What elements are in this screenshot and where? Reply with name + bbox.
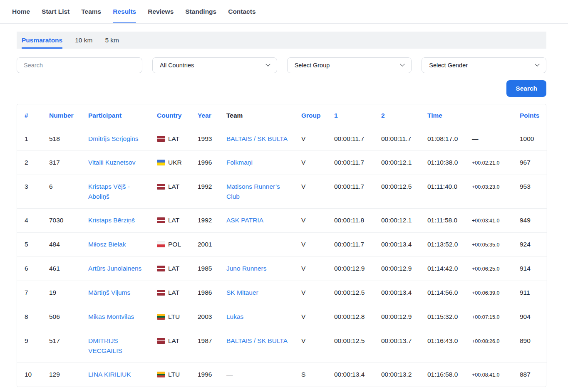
team-link[interactable]: BALTAIS / SK BULTA bbox=[226, 135, 288, 142]
country-select[interactable]: All Countries bbox=[152, 57, 277, 73]
country-code: LAT bbox=[168, 265, 179, 272]
column-header-time[interactable]: Time bbox=[420, 104, 464, 127]
split2-cell: 00:00:12.1 bbox=[374, 209, 420, 233]
participant-link[interactable]: Mārtiņš Viļums bbox=[88, 289, 130, 296]
header-row: #NumberParticipantCountryYearTeamGroup12… bbox=[17, 104, 547, 127]
split2-cell: 00:00:13.4 bbox=[374, 281, 420, 305]
group-select[interactable]: Select Group bbox=[287, 57, 412, 73]
participant-link[interactable]: Vitalii Kuznetsov bbox=[88, 159, 135, 166]
year-cell: 1987 bbox=[190, 329, 219, 363]
nav-item-teams[interactable]: Teams bbox=[81, 0, 101, 23]
search-button[interactable]: Search bbox=[506, 80, 546, 97]
time-value: 01:14:42.0 bbox=[427, 265, 458, 272]
tab-5km[interactable]: 5 km bbox=[105, 32, 119, 49]
year-value: 1992 bbox=[198, 183, 212, 190]
column-header-split1[interactable]: 1 bbox=[327, 104, 374, 127]
number-cell: 129 bbox=[42, 363, 81, 387]
table-row: 1518Dmitrijs SerjoginsLAT1993BALTAIS / S… bbox=[17, 127, 547, 151]
nav-item-contacts[interactable]: Contacts bbox=[228, 0, 255, 23]
split1-cell: 00:00:11.7 bbox=[327, 175, 374, 209]
team-cell: — bbox=[219, 363, 294, 387]
nav-item-results[interactable]: Results bbox=[113, 0, 136, 23]
nav-item-start-list[interactable]: Start List bbox=[42, 0, 69, 23]
time-value: 01:15:32.0 bbox=[427, 313, 458, 320]
rank-cell: 7 bbox=[17, 281, 42, 305]
gender-select[interactable]: Select Gender bbox=[422, 57, 546, 73]
participant-link[interactable]: DMITRIJS VECGAILIS bbox=[88, 337, 122, 354]
points-value: 890 bbox=[520, 337, 531, 344]
rank-cell: 1 bbox=[17, 127, 42, 151]
group-select-value: Select Group bbox=[295, 62, 330, 69]
column-header-rank[interactable]: # bbox=[17, 104, 42, 127]
team-link[interactable]: SK Mitauer bbox=[226, 289, 258, 296]
time-cell: 01:08:17.0 bbox=[420, 127, 464, 151]
results-table: #NumberParticipantCountryYearTeamGroup12… bbox=[17, 104, 546, 387]
group-cell: S bbox=[294, 363, 327, 387]
points-cell: 911 bbox=[512, 281, 547, 305]
time-value: 01:10:38.0 bbox=[427, 159, 458, 166]
points-cell: 904 bbox=[512, 305, 547, 329]
split2-cell: 00:00:12.9 bbox=[374, 257, 420, 281]
column-header-year[interactable]: Year bbox=[190, 104, 219, 127]
team-link[interactable]: ASK PATRIA bbox=[226, 217, 263, 224]
nav-item-reviews[interactable]: Reviews bbox=[148, 0, 174, 23]
country-code: LAT bbox=[168, 217, 179, 224]
column-header-points[interactable]: Points bbox=[512, 104, 547, 127]
team-cell: BALTAIS / SK BULTA bbox=[219, 329, 294, 363]
team-link[interactable]: Juno Runners bbox=[226, 265, 267, 272]
rank-value: 1 bbox=[25, 135, 28, 142]
time-cell: 01:16:58.0 bbox=[420, 363, 464, 387]
flag-pol-icon bbox=[157, 242, 165, 247]
year-cell: 1996 bbox=[190, 151, 219, 175]
column-header-country[interactable]: Country bbox=[149, 104, 190, 127]
team-cell: BALTAIS / SK BULTA bbox=[219, 127, 294, 151]
split1-cell: 00:00:12.5 bbox=[327, 329, 374, 363]
column-header-number[interactable]: Number bbox=[42, 104, 81, 127]
column-header-group[interactable]: Group bbox=[294, 104, 327, 127]
tab-10km[interactable]: 10 km bbox=[75, 32, 92, 49]
team-link[interactable]: BALTAIS / SK BULTA bbox=[226, 337, 288, 344]
time-value: 01:16:58.0 bbox=[427, 371, 458, 378]
table-row: 5484Miłosz BielakPOL2001—V00:00:11.700:0… bbox=[17, 233, 547, 257]
participant-cell: Vitalii Kuznetsov bbox=[81, 151, 149, 175]
results-table-head: #NumberParticipantCountryYearTeamGroup12… bbox=[17, 104, 547, 127]
table-row: 9517DMITRIJS VECGAILISLAT1987BALTAIS / S… bbox=[17, 329, 547, 363]
participant-link[interactable]: Kristaps Vējš - Āboliņš bbox=[88, 183, 130, 200]
bib-number-value: 484 bbox=[49, 241, 60, 248]
split1-value: 00:00:11.7 bbox=[334, 135, 364, 142]
time-diff-value: — bbox=[472, 135, 479, 142]
nav-item-standings[interactable]: Standings bbox=[185, 0, 216, 23]
participant-link[interactable]: Dmitrijs Serjogins bbox=[88, 135, 139, 142]
search-input[interactable] bbox=[17, 57, 142, 73]
number-cell: 484 bbox=[42, 233, 81, 257]
points-cell: 890 bbox=[512, 329, 547, 363]
country-cell: POL bbox=[149, 233, 190, 257]
participant-link[interactable]: Artūrs Junolainens bbox=[88, 265, 141, 272]
country-cell: UKR bbox=[149, 151, 190, 175]
column-header-split2[interactable]: 2 bbox=[374, 104, 420, 127]
bib-number-value: 461 bbox=[49, 265, 60, 272]
nav-item-home[interactable]: Home bbox=[12, 0, 30, 23]
participant-link[interactable]: Kristaps Bērziņš bbox=[88, 217, 135, 224]
group-value: V bbox=[301, 289, 305, 296]
team-link[interactable]: Folkmaņi bbox=[226, 159, 253, 166]
participant-link[interactable]: LINA KIRILIUK bbox=[88, 371, 131, 378]
participant-link[interactable]: Mikas Montvilas bbox=[88, 313, 134, 320]
team-link[interactable]: Matisons Runner’s Club bbox=[226, 183, 280, 200]
column-header-label: 2 bbox=[381, 112, 385, 119]
column-header-participant[interactable]: Participant bbox=[81, 104, 149, 127]
rank-value: 3 bbox=[25, 183, 28, 190]
column-header-label: # bbox=[25, 112, 28, 119]
diff-cell: +00:03:41.0 bbox=[464, 209, 512, 233]
column-header-label: Team bbox=[226, 112, 243, 119]
number-cell: 518 bbox=[42, 127, 81, 151]
time-diff-value: +00:06:39.0 bbox=[472, 290, 499, 296]
points-value: 949 bbox=[520, 217, 531, 224]
tab-pusmaratons[interactable]: Pusmaratons bbox=[22, 32, 62, 49]
rank-cell: 4 bbox=[17, 209, 42, 233]
team-link[interactable]: Lukas bbox=[226, 313, 243, 320]
participant-link[interactable]: Miłosz Bielak bbox=[88, 241, 126, 248]
country-cell: LAT bbox=[149, 127, 190, 151]
split1-cell: 00:00:11.7 bbox=[327, 127, 374, 151]
rank-value: 9 bbox=[25, 337, 28, 344]
